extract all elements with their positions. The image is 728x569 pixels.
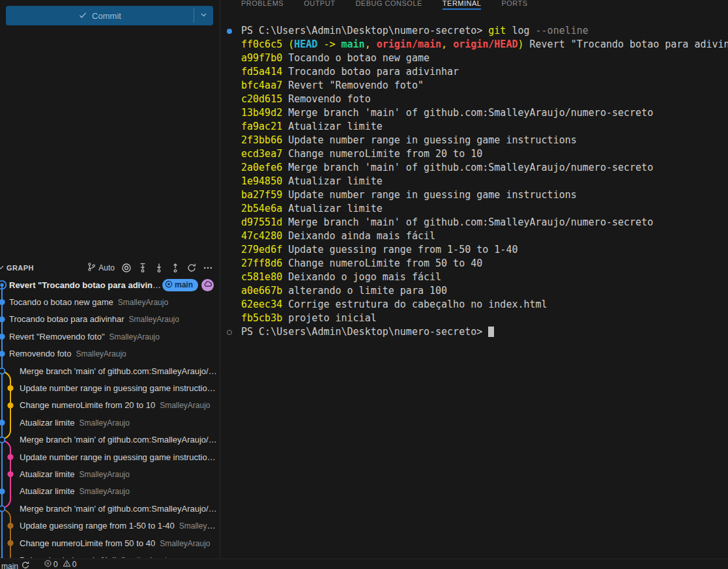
- graph-row[interactable]: Atualizar limiteSmalleyAraujo: [0, 465, 220, 482]
- commit-author: SmalleyAraujo: [118, 298, 168, 307]
- graph-toolbar: Auto: [87, 261, 214, 274]
- graph-row[interactable]: Update number range in guessing game ins…: [0, 379, 220, 396]
- more-icon[interactable]: [201, 261, 214, 274]
- graph-row[interactable]: Atualizar limiteSmalleyAraujo: [0, 414, 220, 431]
- commit-author: SmalleyAraujo: [109, 332, 160, 342]
- git-branch-icon: [87, 262, 96, 274]
- terminal-line: a0e667b alterando o limite para 100: [221, 284, 728, 298]
- commit-message: Update number range in guessing game ins…: [20, 383, 216, 393]
- terminal-line: 2a0efe6 Merge branch 'main' of github.co…: [221, 161, 728, 175]
- commit-message: Merge branch 'main' of github.com:Smalle…: [20, 366, 220, 376]
- terminal-line: fb5cb3b projeto inicial: [221, 312, 728, 325]
- vscode-window: Commit GRAPH Auto: [0, 0, 728, 569]
- commit-author: SmalleyAraujo: [160, 539, 210, 548]
- chevron-collapse-icon[interactable]: [0, 263, 5, 274]
- commit-message: Change numeroLimite from 50 to 40: [20, 538, 155, 548]
- graph-row[interactable]: Merge branch 'main' of github.com:Smalle…: [0, 431, 220, 448]
- terminal-line: d97551d Merge branch 'main' of github.co…: [221, 216, 728, 229]
- graph-row[interactable]: Removendo fotoSmalleyAraujo: [0, 345, 220, 362]
- error-icon: [44, 559, 52, 569]
- commit-message: Merge branch 'main' of github.com:Smalle…: [20, 435, 220, 445]
- branch-badge-main[interactable]: main: [162, 279, 198, 291]
- target-icon[interactable]: [120, 261, 133, 274]
- commit-author: SmalleyAraujo: [80, 487, 130, 496]
- graph-row[interactable]: Revert "Removendo foto"SmalleyAraujo: [0, 328, 220, 345]
- commit-button-label: Commit: [92, 11, 121, 21]
- source-control-sidebar: Commit GRAPH Auto: [0, 0, 220, 559]
- graph-section-header[interactable]: GRAPH Auto: [0, 260, 220, 275]
- graph-row[interactable]: Tocando o botao new gameSmalleyAraujo: [0, 293, 220, 310]
- commit-author: SmalleyAraujo: [129, 315, 179, 324]
- terminal-line: 1e94850 Atualizar limite: [221, 175, 728, 188]
- git-push-icon[interactable]: [169, 261, 182, 274]
- terminal-output: PS C:\Users\Admin\Desktop\numero-secreto…: [221, 24, 728, 339]
- graph-row[interactable]: Trocando botao para adivinharSmalleyArau…: [0, 311, 220, 328]
- panel-tab-ports[interactable]: PORTS: [501, 0, 527, 10]
- graph-row[interactable]: Update guessing range from 1-50 to 1-40S…: [0, 517, 220, 534]
- commit-graph-list: Revert "Trocando botao para adivinhar"ma…: [0, 276, 220, 558]
- commit-message: Atualizar limite: [20, 469, 75, 479]
- auto-repo-picker[interactable]: Auto: [87, 262, 115, 274]
- terminal-line: 2f3bb66 Update number range in guessing …: [221, 134, 728, 147]
- graph-row[interactable]: Atualizar limiteSmalleyAraujo: [0, 483, 220, 500]
- commit-message: Atualizar limite: [20, 418, 75, 428]
- commit-button[interactable]: Commit: [6, 6, 213, 25]
- cloud-icon: [203, 280, 212, 291]
- graph-row[interactable]: Deixando ainda mais fácilSmalleyAraujo: [0, 551, 220, 558]
- panel-tab-output[interactable]: OUTPUT: [304, 0, 335, 10]
- status-branch-item[interactable]: main: [0, 559, 33, 569]
- commit-message: Trocando botao para adivinhar: [9, 314, 124, 324]
- panel-tab-problems[interactable]: PROBLEMS: [241, 0, 284, 10]
- commit-message: Change numeroLimite from 20 to 10: [20, 400, 155, 410]
- graph-row[interactable]: Change numeroLimite from 50 to 40Smalley…: [0, 534, 220, 551]
- panel-tab-terminal[interactable]: TERMINAL: [443, 0, 482, 10]
- terminal-line: ecd3ea7 Change numeroLimite from 20 to 1…: [221, 147, 728, 161]
- terminal-line: PS C:\Users\Admin\Desktop\numero-secreto…: [221, 24, 728, 38]
- graph-section-title: GRAPH: [7, 264, 34, 272]
- commit-message: Tocando o botao new game: [9, 297, 113, 307]
- graph-row[interactable]: Revert "Trocando botao para adivinhar"ma…: [0, 276, 220, 293]
- commit-author: SmalleyAraujo: [80, 418, 130, 428]
- terminal-line: a99f7b0 Tocando o botao new game: [221, 51, 728, 65]
- warning-count: 0: [72, 560, 77, 569]
- terminal-line: ba27f59 Update number range in guessing …: [221, 188, 728, 202]
- graph-row[interactable]: Merge branch 'main' of github.com:Smalle…: [0, 362, 220, 379]
- command-decoration-icon[interactable]: [227, 330, 232, 335]
- graph-row[interactable]: Merge branch 'main' of github.com:Smalle…: [0, 500, 220, 517]
- auto-repo-label: Auto: [98, 263, 115, 272]
- terminal-panel: PROBLEMSOUTPUTDEBUG CONSOLETERMINALPORTS…: [221, 0, 728, 559]
- panel-tab-bar: PROBLEMSOUTPUTDEBUG CONSOLETERMINALPORTS: [241, 0, 528, 10]
- status-problems-item[interactable]: 0 0: [44, 559, 76, 569]
- target-icon: [164, 280, 173, 291]
- commit-dropdown-button[interactable]: [194, 6, 213, 25]
- commit-message: Update number range in guessing game ins…: [20, 452, 216, 462]
- git-fetch-icon[interactable]: [136, 261, 149, 274]
- terminal-line: fa9ac21 Atualizar limite: [221, 120, 728, 134]
- commit-button-main[interactable]: Commit: [6, 6, 194, 25]
- terminal-line: ff0c6c5 (HEAD -> main, origin/main, orig…: [221, 38, 728, 51]
- commit-author: SmalleyAraujo: [76, 349, 126, 358]
- chevron-down-icon: [199, 10, 208, 22]
- commit-message: Atualizar limite: [20, 486, 75, 496]
- commit-author: SmalleyAraujo: [179, 521, 220, 531]
- terminal-line: PS C:\Users\Admin\Desktop\numero-secreto…: [221, 325, 728, 339]
- status-bar: main 0 0: [0, 559, 728, 569]
- graph-row[interactable]: Update number range in guessing game ins…: [0, 448, 220, 465]
- cloud-badge[interactable]: [201, 279, 214, 291]
- panel-tab-debug-console[interactable]: DEBUG CONSOLE: [355, 0, 422, 10]
- warning-icon: [63, 559, 71, 569]
- git-pull-icon[interactable]: [153, 261, 166, 274]
- terminal-line: 2b54e6a Atualizar limite: [221, 202, 728, 216]
- terminal-cursor: [488, 327, 494, 337]
- check-icon: [78, 10, 87, 22]
- commit-message: Revert "Removendo foto": [9, 332, 105, 342]
- terminal-line: 47c4280 Deixando ainda mais fácil: [221, 229, 728, 243]
- terminal-line: c20d615 Removendo foto: [221, 93, 728, 106]
- terminal-line: 27ff8d6 Change numeroLimite from 50 to 4…: [221, 257, 728, 270]
- refresh-icon[interactable]: [185, 261, 198, 274]
- commit-author: SmalleyAraujo: [160, 401, 210, 410]
- terminal-line: bfc4aa7 Revert "Removendo foto": [221, 79, 728, 93]
- graph-row[interactable]: Change numeroLimite from 20 to 10Smalley…: [0, 397, 220, 414]
- command-decoration-icon[interactable]: [227, 29, 232, 34]
- commit-author: SmalleyAraujo: [80, 470, 130, 479]
